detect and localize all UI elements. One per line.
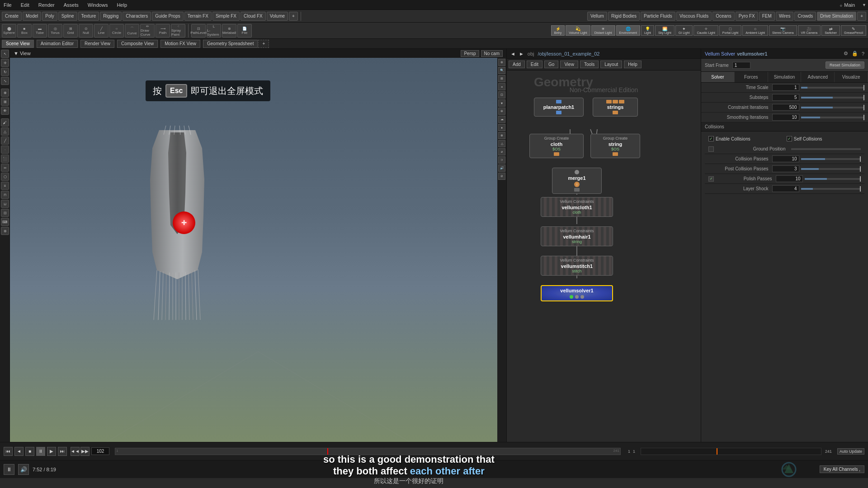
vr-icon-11[interactable]: △	[498, 140, 505, 147]
props-tab-advanced[interactable]: Advanced	[801, 72, 835, 82]
node-tab-go[interactable]: Go	[544, 61, 558, 68]
vr-icon-9[interactable]: ♦	[498, 124, 505, 131]
start-frame-input[interactable]	[732, 62, 750, 69]
ground-slider[interactable]	[791, 148, 861, 150]
draw-curve-btn[interactable]: ✏ Draw Curve	[140, 24, 155, 38]
play-fwd-btn[interactable]: ▶	[47, 447, 56, 456]
vr-icon-15[interactable]: ⊘	[498, 173, 505, 180]
node-vellumsolver1[interactable]: vellumsolver1	[541, 285, 613, 301]
node-string-group[interactable]: Group Create string $OS	[590, 134, 640, 158]
substeps-input[interactable]	[772, 94, 799, 101]
node-editor-nav-back[interactable]: ◄	[510, 51, 515, 56]
constraint-iter-slider[interactable]	[801, 107, 865, 108]
vr-icon-7[interactable]: ⊛	[498, 108, 505, 115]
oceans-btn[interactable]: Oceans	[712, 12, 734, 21]
enable-collisions-checkbox[interactable]	[708, 136, 714, 141]
bevel-btn[interactable]: ⬡	[1, 173, 9, 181]
menu-assets[interactable]: Assets	[62, 1, 80, 9]
vr-icon-3[interactable]: ⊞	[498, 75, 505, 82]
polygon-btn[interactable]: △	[1, 127, 9, 136]
ground-checkbox[interactable]	[708, 146, 714, 152]
playback-range[interactable]	[641, 448, 821, 455]
particle-fluids-btn[interactable]: Particle Fluids	[641, 12, 675, 21]
sphere-btn[interactable]: ⬤ Sphere	[2, 24, 16, 38]
add-shelf-btn[interactable]: +	[289, 12, 298, 21]
vellum-btn[interactable]: Vellum	[587, 12, 607, 21]
vr-icon-12[interactable]: ⌀	[498, 148, 505, 155]
key-all-channels[interactable]: Key All Channels ,	[820, 465, 864, 473]
play-pause-btn[interactable]: ⏸	[36, 447, 45, 456]
collision-passes-slider[interactable]	[801, 158, 861, 160]
layer-shock-input[interactable]	[772, 185, 799, 192]
create-btn[interactable]: Create	[2, 12, 22, 21]
texture-btn[interactable]: Texture	[78, 12, 99, 21]
env-light-btn[interactable]: 🌐Environment	[616, 25, 640, 36]
tab-motion-fx[interactable]: Motion FX View	[160, 40, 200, 48]
viewport-perspective[interactable]: Persp	[461, 50, 479, 57]
rigging-btn[interactable]: Rigging	[100, 12, 122, 21]
vr-icon-2[interactable]: 🔍	[498, 67, 505, 74]
spray-btn[interactable]: ⁖ Spray Paint	[171, 24, 185, 38]
reset-simulation-btn[interactable]: Reset Simulation	[826, 61, 864, 69]
polish-slider[interactable]	[805, 178, 861, 180]
torus-btn[interactable]: ◎ Torus	[48, 24, 62, 38]
move-tool-btn[interactable]: ✛	[1, 59, 9, 67]
layer-shock-slider[interactable]	[801, 188, 861, 190]
transform-tool-btn[interactable]: ⊕	[1, 89, 9, 97]
vr-icon-13[interactable]: ⊃	[498, 156, 505, 164]
grid-btn[interactable]: ⊞ Grid	[63, 24, 78, 38]
drive-simulation-btn[interactable]: Drive Simulation	[817, 12, 856, 21]
node-tab-view[interactable]: View	[560, 61, 578, 68]
node-vellumcloth1[interactable]: Vellum Constraints vellumcloth1 cloth	[541, 197, 613, 217]
props-tab-simulation[interactable]: Simulation	[768, 72, 802, 82]
scale-tool-btn[interactable]: ⤡	[1, 77, 9, 85]
select-tool-btn[interactable]: ↖	[1, 50, 9, 58]
grease-pencil-btn[interactable]: ✎GreasePencil	[841, 25, 866, 36]
characters-btn[interactable]: Characters	[123, 12, 151, 21]
loop-btn[interactable]: ∞	[1, 164, 9, 172]
switcher-btn[interactable]: ⇄Switcher	[821, 25, 840, 36]
vr-icon-1[interactable]: ⊕	[498, 59, 505, 66]
timescale-slider[interactable]	[801, 87, 865, 89]
node-tab-layout[interactable]: Layout	[600, 61, 622, 68]
fem-btn[interactable]: FEM	[759, 12, 775, 21]
ambient-light-btn[interactable]: ○Ambient Light	[742, 25, 768, 36]
distant-light-btn[interactable]: ☀Distant Light	[591, 25, 615, 36]
node-vellumstitch1[interactable]: Vellum Constraints vellumstitch1 stitch	[541, 256, 613, 276]
post-collision-input[interactable]	[772, 165, 799, 172]
light-btn[interactable]: 💡Light	[641, 25, 654, 36]
node-merge1[interactable]: merge1 !	[552, 168, 602, 194]
props-tab-visualize[interactable]: Visualize	[835, 72, 868, 82]
vr-icon-5[interactable]: ⊡	[498, 91, 505, 99]
viscous-fluids-btn[interactable]: Viscous Fluids	[676, 12, 712, 21]
node-cloth-group[interactable]: Group Create cloth $OS	[529, 134, 584, 158]
snap-btn[interactable]: ⊞	[1, 98, 9, 106]
menu-edit[interactable]: Edit	[19, 1, 31, 9]
menu-render[interactable]: Render	[37, 1, 57, 9]
simple-fx-btn[interactable]: Simple FX	[212, 12, 240, 21]
viewport-canvas[interactable]: 按 Esc 即可退出全屏模式	[10, 58, 506, 442]
selection-handle[interactable]: ✛	[173, 211, 195, 234]
guide-props-btn[interactable]: Guide Props	[152, 12, 184, 21]
node-tab-add[interactable]: Add	[509, 61, 525, 68]
add-shelf-right-btn[interactable]: +	[857, 12, 866, 21]
vr-icon-10[interactable]: ⊗	[498, 132, 505, 139]
spline-btn[interactable]: Spline	[58, 12, 77, 21]
lsystem-btn[interactable]: L L-System	[207, 24, 221, 38]
timescale-input[interactable]	[772, 84, 799, 91]
extrude-btn[interactable]: ⬛	[1, 155, 9, 163]
auto-update-btn[interactable]: Auto Update	[837, 448, 864, 455]
model-btn[interactable]: Model	[23, 12, 41, 21]
sky-light-btn[interactable]: 🌅Sky Light	[655, 25, 675, 36]
props-settings-icon[interactable]: ⚙	[844, 51, 848, 56]
brush-btn[interactable]: ⊛	[1, 227, 9, 235]
null-btn[interactable]: ⊙ Null	[79, 24, 93, 38]
pathlevel-btn[interactable]: ⊡ PathLevel	[191, 24, 206, 38]
tab-composite-view[interactable]: Composite View	[117, 40, 158, 48]
file-btn[interactable]: 📄 File	[237, 24, 252, 38]
portal-light-btn[interactable]: □Portal Light	[719, 25, 741, 36]
gi-light-btn[interactable]: ✦GI Light	[675, 25, 693, 36]
rigid-bodies-btn[interactable]: Rigid Bodies	[608, 12, 640, 21]
tab-animation-editor[interactable]: Animation Editor	[37, 40, 78, 48]
main-play-btn[interactable]: ⏸	[4, 464, 14, 475]
